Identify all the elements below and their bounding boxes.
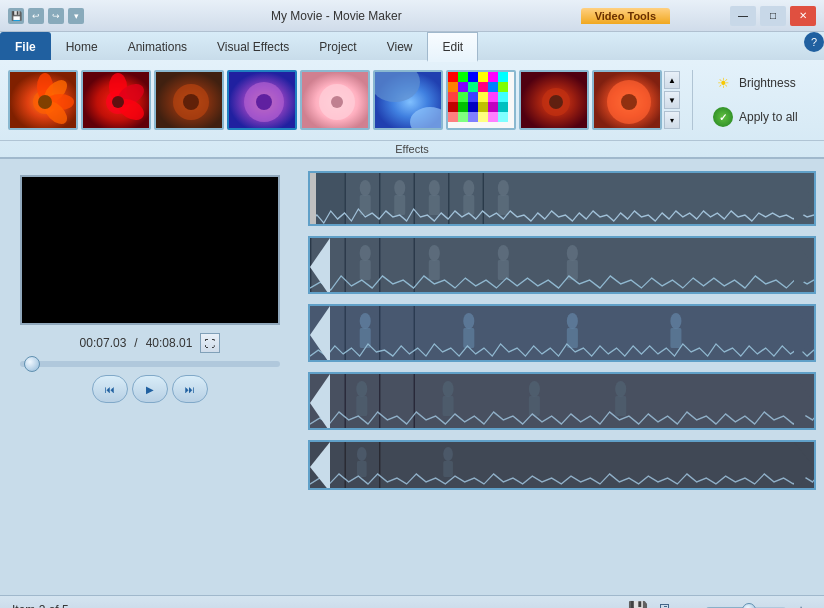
- effect-thumb-1[interactable]: [8, 70, 78, 130]
- effect-thumb-3[interactable]: [154, 70, 224, 130]
- svg-point-12: [112, 96, 124, 108]
- save-quick-icon[interactable]: 💾: [8, 8, 24, 24]
- rewind-button[interactable]: ⏮: [92, 375, 128, 403]
- tab-visual-effects[interactable]: Visual Effects: [202, 32, 304, 60]
- save-project-icon[interactable]: 💾: [628, 600, 648, 608]
- timeline-area[interactable]: [300, 159, 824, 595]
- status-bar-right: 💾 🖥 − +: [628, 600, 812, 608]
- svg-point-100: [567, 313, 578, 329]
- tab-animations[interactable]: Animations: [113, 32, 202, 60]
- fullscreen-button[interactable]: ⛶: [200, 333, 220, 353]
- svg-rect-34: [468, 82, 478, 92]
- preview-panel: 00:07.03 / 40:08.01 ⛶ ⏮ ▶ ⏭: [0, 159, 300, 595]
- zoom-slider-thumb[interactable]: [742, 603, 756, 609]
- help-button[interactable]: ?: [804, 32, 824, 52]
- tab-edit[interactable]: Edit: [427, 32, 478, 62]
- svg-rect-42: [488, 92, 498, 102]
- current-time: 00:07.03: [80, 336, 127, 350]
- playhead-marker: [310, 173, 316, 224]
- maximize-button[interactable]: □: [760, 6, 786, 26]
- close-button[interactable]: ✕: [790, 6, 816, 26]
- brightness-button[interactable]: ☀ Brightness: [705, 70, 806, 96]
- svg-rect-122: [443, 461, 453, 477]
- svg-point-6: [38, 95, 52, 109]
- effect-scroll-more[interactable]: ▾: [664, 111, 680, 129]
- svg-point-98: [463, 313, 474, 329]
- effect-thumb-5[interactable]: [300, 70, 370, 130]
- effect-thumbnails: [8, 70, 662, 130]
- fast-forward-button[interactable]: ⏭: [172, 375, 208, 403]
- menu-icon[interactable]: ▾: [68, 8, 84, 24]
- ribbon-tabs: File Home Animations Visual Effects Proj…: [0, 32, 824, 60]
- undo-icon[interactable]: ↩: [28, 8, 44, 24]
- svg-point-108: [356, 381, 367, 397]
- ribbon-brightness-section: ☀ Brightness ✓ Apply to all: [692, 70, 806, 130]
- svg-rect-118: [379, 442, 380, 488]
- svg-rect-40: [468, 92, 478, 102]
- svg-rect-78: [498, 195, 509, 215]
- svg-point-58: [549, 95, 563, 109]
- svg-rect-32: [448, 82, 458, 92]
- svg-point-18: [256, 94, 272, 110]
- tab-project[interactable]: Project: [304, 32, 371, 60]
- timeline-clip-5[interactable]: [308, 440, 816, 490]
- svg-rect-45: [458, 102, 468, 112]
- effect-thumb-2[interactable]: [81, 70, 151, 130]
- effect-thumb-7[interactable]: [446, 70, 516, 130]
- svg-point-73: [429, 180, 440, 196]
- effect-thumb-8[interactable]: [519, 70, 589, 130]
- effect-scroll-down[interactable]: ▼: [664, 91, 680, 109]
- svg-rect-33: [458, 82, 468, 92]
- svg-rect-51: [458, 112, 468, 122]
- tab-home[interactable]: Home: [51, 32, 113, 60]
- svg-rect-85: [360, 260, 371, 280]
- svg-rect-30: [488, 72, 498, 82]
- timeline-clip-4[interactable]: [308, 372, 816, 430]
- seek-thumb[interactable]: [24, 356, 40, 372]
- titlebar: 💾 ↩ ↪ ▾ My Movie - Movie Maker Video Too…: [0, 0, 824, 32]
- seek-bar[interactable]: [20, 361, 280, 367]
- timeline-clip-3[interactable]: [308, 304, 816, 362]
- svg-rect-46: [468, 102, 478, 112]
- svg-point-119: [357, 447, 367, 461]
- tab-file[interactable]: File: [0, 32, 51, 60]
- svg-rect-55: [498, 112, 508, 122]
- filmstrip-1: [310, 173, 814, 224]
- svg-rect-48: [488, 102, 498, 112]
- filmstrip-2: [310, 238, 814, 292]
- effect-scroll-up[interactable]: ▲: [664, 71, 680, 89]
- svg-rect-66: [414, 173, 415, 224]
- tab-view[interactable]: View: [372, 32, 428, 60]
- window-title: My Movie - Movie Maker: [92, 9, 581, 23]
- monitor-icon[interactable]: 🖥: [656, 601, 672, 609]
- svg-point-112: [529, 381, 540, 397]
- effect-thumb-4[interactable]: [227, 70, 297, 130]
- minimize-button[interactable]: —: [730, 6, 756, 26]
- svg-point-15: [183, 94, 199, 110]
- svg-rect-28: [468, 72, 478, 82]
- redo-icon[interactable]: ↪: [48, 8, 64, 24]
- apply-to-all-button[interactable]: ✓ Apply to all: [705, 104, 806, 130]
- svg-point-114: [615, 381, 626, 397]
- svg-point-77: [498, 180, 509, 196]
- svg-rect-115: [615, 396, 626, 416]
- ribbon-content: ▲ ▼ ▾ ☀ Brightness ✓ Apply to all: [0, 60, 824, 140]
- main-area: 00:07.03 / 40:08.01 ⛶ ⏮ ▶ ⏭: [0, 159, 824, 595]
- svg-point-96: [360, 313, 371, 329]
- svg-rect-109: [356, 396, 367, 416]
- svg-rect-53: [478, 112, 488, 122]
- svg-point-21: [331, 96, 343, 108]
- svg-rect-38: [448, 92, 458, 102]
- svg-rect-37: [498, 82, 508, 92]
- play-button[interactable]: ▶: [132, 375, 168, 403]
- timeline-clip-2[interactable]: [308, 236, 816, 294]
- timeline-clip-1[interactable]: [308, 171, 816, 226]
- effect-thumb-9[interactable]: [592, 70, 662, 130]
- brightness-label: Brightness: [739, 76, 796, 90]
- zoom-out-button[interactable]: −: [680, 601, 702, 609]
- zoom-in-button[interactable]: +: [790, 601, 812, 609]
- svg-point-61: [621, 94, 637, 110]
- effect-thumb-6[interactable]: [373, 70, 443, 130]
- svg-rect-103: [670, 328, 681, 348]
- svg-rect-41: [478, 92, 488, 102]
